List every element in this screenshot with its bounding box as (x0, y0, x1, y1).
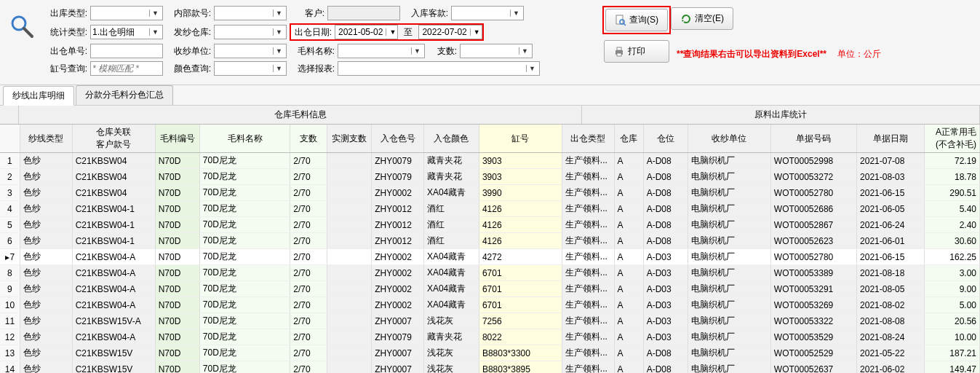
cell: ZHY0079 (372, 169, 424, 185)
chevron-down-icon[interactable]: ▼ (519, 47, 530, 55)
cell: 5 (0, 217, 20, 233)
col-header[interactable]: 单据日期 (857, 125, 925, 153)
cell: A (614, 185, 643, 201)
chevron-down-icon[interactable]: ▼ (149, 28, 161, 36)
chevron-down-icon[interactable]: ▼ (273, 9, 284, 17)
chevron-down-icon[interactable]: ▼ (273, 28, 284, 36)
unit-note: 单位：公斤 (837, 49, 881, 59)
table-row[interactable]: 1色纱C21KBSW04N70D70D尼龙2/70ZHY0079藏青夹花3903… (0, 153, 980, 169)
table-row[interactable]: 3色纱C21KBSW04N70D70D尼龙2/70ZHY0002XA04藏青39… (0, 185, 980, 201)
table-row[interactable]: 10色纱C21KBSW04-AN70D70D尼龙2/70ZHY0002XA04藏… (0, 297, 980, 313)
table-row[interactable]: 12色纱C21KBSW04-AN70D70D尼龙2/70ZHY0079藏青夹花8… (0, 329, 980, 345)
cell: N70D (155, 361, 199, 374)
print-button[interactable]: 打印 (604, 40, 669, 63)
col-header[interactable]: 入仓颜色 (423, 125, 479, 153)
col-header[interactable]: 缸号 (479, 125, 562, 153)
stat-type-combo[interactable]: 1.出仓明细▼ (90, 25, 163, 39)
col-header[interactable]: 仓位 (643, 125, 688, 153)
table-row[interactable]: 5色纱C21KBSW04-1N70D70D尼龙2/70ZHY0012酒红4126… (0, 217, 980, 233)
count-combo[interactable]: ▼ (460, 44, 533, 58)
cell: 7 (0, 249, 20, 265)
table-row[interactable]: 14色纱C21KBSW15VN70D70D尼龙2/70ZHY0007浅花灰B88… (0, 361, 980, 374)
table-row[interactable]: 9色纱C21KBSW04-AN70D70D尼龙2/70ZHY0002XA04藏青… (0, 281, 980, 297)
table-row[interactable]: 6色纱C21KBSW04-1N70D70D尼龙2/70ZHY0012酒红4126… (0, 233, 980, 249)
chevron-down-icon[interactable]: ▼ (526, 65, 538, 72)
cell: 70D尼龙 (199, 281, 290, 297)
cell: 电脑织机厂 (688, 297, 770, 313)
cell: A (614, 265, 643, 281)
cell: 72.19 (924, 153, 979, 169)
col-header[interactable]: 入仓色号 (372, 125, 424, 153)
table-row[interactable]: 4色纱C21KBSW04-1N70D70D尼龙2/70ZHY0012酒红4126… (0, 201, 980, 217)
customer-field[interactable] (327, 6, 400, 20)
table-row[interactable]: 13色纱C21KBSW15VN70D70D尼龙2/70ZHY0007浅花灰B88… (0, 345, 980, 361)
query-button[interactable]: 查询(S) (605, 9, 668, 31)
col-header[interactable] (0, 125, 20, 153)
cell: 色纱 (20, 249, 72, 265)
cell (327, 249, 371, 265)
date-sep-label: 至 (398, 26, 418, 39)
cell: XA04藏青 (423, 185, 479, 201)
table-row[interactable]: 8色纱C21KBSW04-AN70D70D尼龙2/70ZHY0002XA04藏青… (0, 265, 980, 281)
cell: 70D尼龙 (199, 297, 290, 313)
col-header[interactable]: 纱线类型 (20, 125, 72, 153)
cell: A-D08 (643, 185, 688, 201)
cell: A (614, 361, 643, 374)
cell: ZHY0002 (372, 185, 424, 201)
table-row[interactable]: 7色纱C21KBSW04-AN70D70D尼龙2/70ZHY0002XA04藏青… (0, 249, 980, 265)
recv-unit-combo[interactable]: ▼ (214, 44, 287, 58)
cell: 生产领料... (562, 345, 614, 361)
cell: A-D08 (643, 217, 688, 233)
chevron-down-icon[interactable]: ▼ (386, 28, 397, 36)
col-header[interactable]: 毛料名称 (199, 125, 290, 153)
table-row[interactable]: 2色纱C21KBSW04N70D70D尼龙2/70ZHY0079藏青夹花3903… (0, 169, 980, 185)
col-header[interactable]: 仓库 (614, 125, 643, 153)
table-row[interactable]: 11色纱C21KBSW15V-AN70D70D尼龙2/70ZHY0007浅花灰7… (0, 313, 980, 329)
report-combo[interactable]: ▼ (338, 61, 540, 76)
cell: 5.40 (924, 201, 979, 217)
col-header[interactable]: 单据号码 (770, 125, 856, 153)
cell: 70D尼龙 (199, 329, 290, 345)
chevron-down-icon[interactable]: ▼ (470, 28, 482, 36)
cell: ZHY0002 (372, 249, 424, 265)
cell: 浅花灰 (423, 313, 479, 329)
chevron-down-icon[interactable]: ▼ (411, 47, 423, 55)
out-no-field[interactable] (90, 44, 163, 58)
yarn-wh-combo[interactable]: ▼ (214, 25, 287, 39)
cell: 电脑织机厂 (688, 185, 770, 201)
vat-query-field[interactable] (90, 61, 163, 76)
col-header[interactable]: A正常用毛(不含补毛) (924, 125, 979, 153)
chevron-down-icon[interactable]: ▼ (510, 9, 522, 17)
cell: 2/70 (290, 313, 327, 329)
date-to-picker[interactable]: 2022-07-02▼ (418, 25, 482, 39)
cell: WOT00053272 (770, 169, 856, 185)
cell: 3903 (479, 153, 562, 169)
cell: N70D (155, 345, 199, 361)
cell: 生产领料... (562, 217, 614, 233)
yarn-wh-label: 发纱仓库: (166, 26, 211, 39)
tab-summary[interactable]: 分款分毛料分色汇总 (76, 85, 173, 105)
chevron-down-icon[interactable]: ▼ (273, 65, 284, 72)
col-header[interactable]: 仓库关联客户款号 (72, 125, 155, 153)
cell: 70D尼龙 (199, 233, 290, 249)
col-header[interactable]: 收纱单位 (688, 125, 770, 153)
date-from-picker[interactable]: 2021-05-02▼ (335, 25, 398, 39)
data-grid[interactable]: 仓库毛料信息 原料出库统计 纱线类型仓库关联客户款号毛料编号毛料名称支数实测支数… (0, 106, 980, 373)
cell: 10.00 (924, 329, 979, 345)
cell: A-D03 (643, 329, 688, 345)
col-header[interactable]: 支数 (290, 125, 327, 153)
color-query-combo[interactable]: ▼ (214, 61, 287, 76)
col-header[interactable]: 实测支数 (327, 125, 371, 153)
chevron-down-icon[interactable]: ▼ (273, 47, 284, 55)
out-type-combo[interactable]: ▼ (90, 6, 163, 20)
mat-name-combo[interactable]: ▼ (338, 44, 425, 58)
tab-detail[interactable]: 纱线出库明细 (3, 86, 74, 106)
col-header[interactable]: 出仓类型 (562, 125, 614, 153)
chevron-down-icon[interactable]: ▼ (149, 9, 161, 17)
in-style-combo[interactable]: ▼ (451, 6, 524, 20)
inner-no-combo[interactable]: ▼ (214, 6, 287, 20)
cell (327, 217, 371, 233)
col-header[interactable]: 毛料编号 (155, 125, 199, 153)
clear-button[interactable]: 清空(E) (671, 7, 733, 30)
cell: 色纱 (20, 361, 72, 374)
